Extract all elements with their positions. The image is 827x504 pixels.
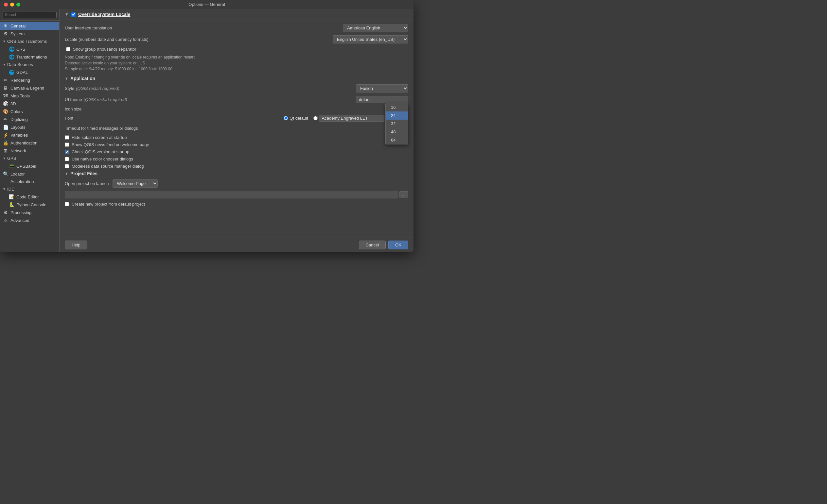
style-select[interactable]: Fusion — [356, 84, 408, 93]
project-files-title: Project Files — [70, 171, 97, 176]
sidebar-item-locator[interactable]: 🔍 Locator — [0, 170, 59, 178]
sidebar-item-transformations[interactable]: 🌐 Transformations — [0, 53, 59, 61]
title-bar: Options — General — [0, 0, 414, 9]
check-version-label: Check QGIS version at startup — [71, 149, 129, 154]
hide-splash-checkbox[interactable] — [65, 135, 69, 139]
sidebar-item-variables[interactable]: ⚡ Variables — [0, 131, 59, 139]
sidebar-item-acceleration[interactable]: Acceleration — [0, 178, 59, 185]
native-color-row: Use native color chooser dialogs — [65, 157, 408, 162]
path-row: … — [65, 191, 408, 199]
qt-default-label: Qt default — [290, 116, 308, 121]
sidebar-item-authentication[interactable]: 🔒 Authentication — [0, 139, 59, 147]
sidebar-item-map-tools[interactable]: 🗺 Map Tools — [0, 92, 59, 100]
ui-theme-row: UI theme (QGIS restart required) 16 24 3… — [65, 96, 408, 103]
close-button[interactable] — [4, 3, 8, 6]
check-version-checkbox[interactable] — [65, 150, 69, 154]
help-button[interactable]: Help — [65, 240, 87, 249]
show-news-row: Show QGIS news feed on welcome page — [65, 142, 408, 147]
dropdown-item-48[interactable]: 48 — [386, 128, 408, 136]
advanced-icon: ⚠ — [3, 218, 8, 223]
dropdown-item-24[interactable]: 24 — [386, 111, 408, 120]
sidebar-item-gdal[interactable]: 🌐 GDAL — [0, 68, 59, 76]
sidebar-item-code-editor[interactable]: 📝 Code Editor — [0, 193, 59, 201]
header-title: Override System Locale — [78, 12, 131, 17]
locale-select[interactable]: English United States (en_US) — [333, 35, 408, 44]
check-version-row: Check QGIS version at startup — [65, 149, 408, 154]
qt-default-option[interactable]: Qt default — [284, 116, 308, 121]
ok-button[interactable]: OK — [388, 240, 408, 249]
project-files-header: ▼ Project Files — [65, 171, 408, 176]
font-label: Font — [65, 116, 73, 121]
ui-theme-input[interactable] — [356, 96, 408, 103]
style-label: Style — [65, 86, 74, 91]
qt-default-radio[interactable] — [284, 116, 288, 120]
sidebar-item-system[interactable]: ⚙ System — [0, 30, 59, 38]
sidebar-label-acceleration: Acceleration — [10, 179, 34, 184]
show-news-checkbox[interactable] — [65, 143, 69, 147]
sidebar-item-colors[interactable]: 🎨 Colors — [0, 108, 59, 115]
cancel-button[interactable]: Cancel — [359, 240, 386, 249]
header-collapse-btn[interactable]: ▼ — [65, 12, 69, 17]
sidebar-item-network[interactable]: ⊞ Network — [0, 147, 59, 155]
group-separator-checkbox[interactable] — [66, 47, 70, 51]
sidebar-item-rendering[interactable]: ✏ Rendering — [0, 76, 59, 84]
ui-theme-note: (QGIS restart required) — [84, 97, 127, 102]
sidebar: ✳ General ⚙ System ▼ CRS and Transforms … — [0, 9, 59, 252]
project-path-input[interactable] — [65, 191, 398, 199]
sidebar-item-ide[interactable]: ▼ IDE — [0, 185, 59, 193]
dropdown-item-64[interactable]: 64 — [386, 136, 408, 144]
browse-button[interactable]: … — [399, 191, 408, 198]
search-input[interactable] — [3, 11, 57, 18]
sidebar-item-data-sources[interactable]: ▼ Data Sources — [0, 61, 59, 68]
dropdown-item-32[interactable]: 32 — [386, 120, 408, 128]
create-new-checkbox[interactable] — [65, 202, 69, 206]
sidebar-item-advanced[interactable]: ⚠ Advanced — [0, 216, 59, 224]
processing-icon: ⚙ — [3, 210, 8, 215]
native-color-checkbox[interactable] — [65, 157, 69, 161]
sidebar-item-python-console[interactable]: 🐍 Python Console — [0, 201, 59, 209]
sample-date: Sample date: 9/4/22 money: $1000.00 int:… — [65, 67, 408, 71]
open-project-select[interactable]: Welcome Page Most Recent Specific — [112, 179, 158, 187]
chevron-ide: ▼ — [3, 187, 6, 191]
sidebar-item-crs[interactable]: 🌐 CRS — [0, 45, 59, 53]
ui-translation-select[interactable]: American English — [343, 24, 408, 32]
sidebar-label-colors: Colors — [10, 109, 23, 114]
project-files-chevron[interactable]: ▼ — [65, 172, 68, 175]
chevron-gps: ▼ — [3, 157, 6, 160]
font-name-input[interactable] — [319, 115, 384, 122]
sidebar-item-digitizing[interactable]: ✏ Digitizing — [0, 115, 59, 123]
custom-font-option[interactable] — [313, 116, 318, 120]
sidebar-item-3d[interactable]: 🎲 3D — [0, 100, 59, 108]
canvas-legend-icon: 🖥 — [3, 85, 8, 91]
native-color-label: Use native color chooser dialogs — [71, 157, 133, 162]
minimize-button[interactable] — [10, 3, 14, 6]
modeless-row: Modeless data source manager dialog — [65, 164, 408, 169]
sidebar-item-gpsbabel[interactable]: 📟 GPSBabel — [0, 162, 59, 170]
hide-splash-row: Hide splash screen at startup — [65, 135, 408, 140]
icon-size-dropdown: 16 24 32 48 64 — [385, 103, 408, 145]
sidebar-item-processing[interactable]: ⚙ Processing — [0, 209, 59, 216]
override-locale-checkbox[interactable] — [71, 12, 76, 17]
modeless-checkbox[interactable] — [65, 164, 69, 168]
sidebar-item-canvas-legend[interactable]: 🖥 Canvas & Legend — [0, 84, 59, 92]
variables-icon: ⚡ — [3, 132, 8, 137]
sidebar-label-crs-transforms: CRS and Transforms — [7, 39, 47, 44]
maximize-button[interactable] — [16, 3, 20, 6]
gdal-icon: 🌐 — [8, 70, 14, 75]
sidebar-item-crs-transforms[interactable]: ▼ CRS and Transforms — [0, 38, 59, 45]
content-header: ▼ Override System Locale — [59, 9, 414, 20]
app-section-chevron[interactable]: ▼ — [65, 76, 68, 80]
sidebar-item-general[interactable]: ✳ General — [0, 22, 59, 30]
group-separator-row: Show group (thousand) separator — [66, 47, 408, 52]
custom-font-radio[interactable] — [313, 116, 318, 120]
dropdown-item-16[interactable]: 16 — [386, 103, 408, 111]
hide-splash-label: Hide splash screen at startup — [71, 135, 127, 140]
traffic-lights — [4, 3, 20, 6]
sidebar-label-general: General — [10, 23, 26, 29]
auth-icon: 🔒 — [3, 140, 8, 146]
sidebar-item-gps[interactable]: ▼ GPS — [0, 155, 59, 162]
application-section-header: ▼ Application — [65, 76, 408, 81]
sidebar-label-authentication: Authentication — [10, 141, 37, 146]
sidebar-item-layouts[interactable]: 📄 Layouts — [0, 123, 59, 131]
sidebar-label-gpsbabel: GPSBabel — [16, 164, 36, 169]
